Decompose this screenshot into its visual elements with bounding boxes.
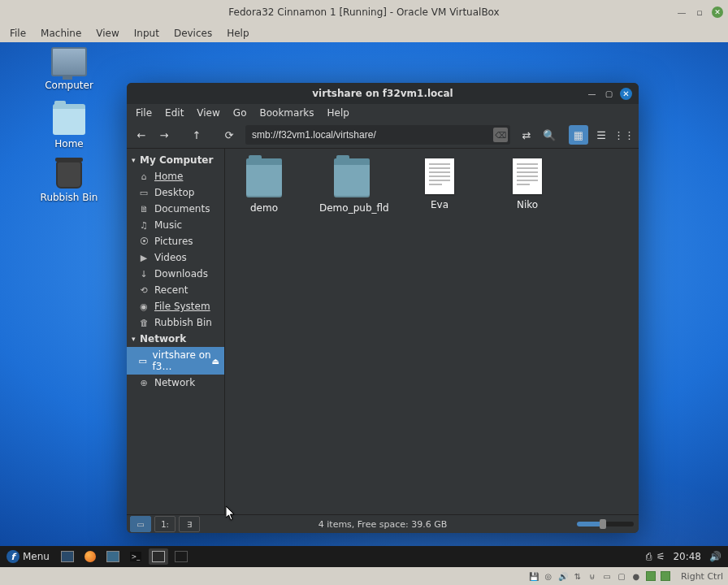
location-bar[interactable]: ⌫ xyxy=(245,125,510,145)
vbox-menubar: File Machine View Input Devices Help xyxy=(0,24,728,42)
vbox-menu-devices[interactable]: Devices xyxy=(167,26,219,41)
task-files[interactable] xyxy=(103,548,123,565)
vbox-statusbar: 💾 ◎ 🔊 ⇅ ⊍ ▭ ▢ ● Right Ctrl xyxy=(0,567,728,585)
desktop-icon-computer[interactable]: Computer xyxy=(32,47,106,91)
tray-printer-icon[interactable]: ⎙ xyxy=(646,551,652,562)
menu-button[interactable]: f Menu xyxy=(0,546,56,567)
clear-location-button[interactable]: ⌫ xyxy=(493,128,508,142)
vbox-close-button[interactable]: ✕ xyxy=(712,6,723,18)
zoom-slider[interactable] xyxy=(577,522,634,526)
desktop-icon-label: Rubbish Bin xyxy=(32,192,106,203)
sidebar-group-mycomputer[interactable]: ▾My Computer xyxy=(127,152,224,168)
home-icon: ⌂ xyxy=(138,171,150,182)
vbox-menu-input[interactable]: Input xyxy=(128,26,166,41)
status-text: 4 items, Free space: 39.6 GB xyxy=(127,519,639,530)
file-manager-menubar: File Edit View Go Bookmarks Help xyxy=(127,104,639,122)
sidebar-item-desktop[interactable]: ▭Desktop xyxy=(127,184,224,201)
guest-desktop[interactable]: Computer Home Rubbish Bin virtshare on f… xyxy=(0,42,728,585)
task-firefox[interactable] xyxy=(80,548,100,565)
trash-icon xyxy=(56,161,82,188)
vbox-keyboard-indicator-icon[interactable] xyxy=(660,570,671,582)
search-button[interactable]: 🔍 xyxy=(540,125,559,145)
menu-help[interactable]: Help xyxy=(322,106,355,120)
window-titlebar[interactable]: virtshare on f32vm1.local — ▢ ✕ xyxy=(127,83,639,104)
sidebar-tree-button[interactable]: 1: xyxy=(154,516,176,532)
file-item-demo-pub-fld[interactable]: Demo_pub_fld xyxy=(319,158,384,214)
statusbar: ▭ 1: ∃ 4 items, Free space: 39.6 GB xyxy=(127,514,639,533)
eject-icon[interactable]: ⏏ xyxy=(212,357,219,366)
vbox-mouse-indicator-icon[interactable] xyxy=(645,570,656,582)
sidebar-item-downloads[interactable]: ↓Downloads xyxy=(127,266,224,282)
sidebar-item-virtshare[interactable]: ▭virtshare on f3…⏏ xyxy=(127,347,224,375)
sidebar-item-music[interactable]: ♫Music xyxy=(127,217,224,233)
desktop-icon-trash[interactable]: Rubbish Bin xyxy=(32,161,106,203)
tray-network-icon[interactable]: ⚟ xyxy=(656,551,665,562)
compact-view-button[interactable]: ⋮⋮ xyxy=(614,125,634,145)
list-view-button[interactable]: ☰ xyxy=(592,125,611,145)
sidebar-item-filesystem[interactable]: ◉File System xyxy=(127,298,224,314)
menu-file[interactable]: File xyxy=(130,106,158,120)
vbox-titlebar: Fedora32 Cinnamon 1 [Running] - Oracle V… xyxy=(0,0,728,24)
sidebar-item-videos[interactable]: ▶Videos xyxy=(127,249,224,266)
file-view[interactable]: demo Demo_pub_fld Eva Niko xyxy=(225,149,639,514)
downloads-icon: ↓ xyxy=(138,269,150,280)
menu-view[interactable]: View xyxy=(191,106,225,120)
vbox-menu-machine[interactable]: Machine xyxy=(34,26,88,41)
vbox-display-indicator-icon[interactable]: ▢ xyxy=(616,570,627,582)
vbox-menu-file[interactable]: File xyxy=(3,26,32,41)
menu-bookmarks[interactable]: Bookmarks xyxy=(254,106,319,120)
vbox-maximize-button[interactable]: ▫ xyxy=(694,6,705,18)
drive-icon: ◉ xyxy=(138,301,150,312)
vbox-audio-indicator-icon[interactable]: 🔊 xyxy=(557,570,569,582)
folder-icon xyxy=(246,158,282,197)
vbox-optical-indicator-icon[interactable]: ◎ xyxy=(543,570,554,582)
location-input[interactable] xyxy=(245,129,493,141)
folder-icon xyxy=(334,158,370,197)
desktop-icon-home[interactable]: Home xyxy=(32,104,106,150)
videos-icon: ▶ xyxy=(138,253,150,263)
desktop-icon-label: Computer xyxy=(32,80,106,91)
tray-volume-icon[interactable]: 🔊 xyxy=(709,551,722,562)
forward-button[interactable]: → xyxy=(154,125,174,145)
sidebar-item-pictures[interactable]: ⦿Pictures xyxy=(127,233,224,249)
folder-icon xyxy=(53,104,85,135)
sidebar: ▾My Computer ⌂Home ▭Desktop 🗎Documents ♫… xyxy=(127,149,225,514)
clock[interactable]: 20:48 xyxy=(673,551,701,562)
vbox-network-indicator-icon[interactable]: ⇅ xyxy=(572,570,583,582)
task-system-monitor[interactable] xyxy=(171,548,191,565)
icon-view-button[interactable]: ▦ xyxy=(569,125,588,145)
vbox-menu-view[interactable]: View xyxy=(89,26,125,41)
up-button[interactable]: ↑ xyxy=(187,125,206,145)
menu-go[interactable]: Go xyxy=(228,106,253,120)
task-terminal[interactable]: >_ xyxy=(126,548,145,565)
path-toggle-button[interactable]: ⇄ xyxy=(517,125,536,145)
reload-button[interactable]: ⟳ xyxy=(219,125,239,145)
vbox-recording-indicator-icon[interactable]: ● xyxy=(630,570,642,582)
vbox-host-key[interactable]: Right Ctrl xyxy=(676,571,728,582)
sidebar-item-recent[interactable]: ⟲Recent xyxy=(127,282,224,298)
window-title: virtshare on f32vm1.local xyxy=(127,88,639,99)
taskbar: f Menu >_ ⎙ ⚟ 20:48 🔊 xyxy=(0,546,728,567)
vbox-usb-indicator-icon[interactable]: ⊍ xyxy=(587,570,598,582)
file-item-eva[interactable]: Eva xyxy=(407,158,472,214)
show-desktop-button[interactable] xyxy=(58,548,77,565)
vbox-disk-indicator-icon[interactable]: 💾 xyxy=(528,570,540,582)
vbox-shared-folder-indicator-icon[interactable]: ▭ xyxy=(601,570,613,582)
sidebar-toggle-button[interactable]: ∃ xyxy=(179,516,200,532)
sidebar-item-home[interactable]: ⌂Home xyxy=(127,168,224,184)
sidebar-item-trash[interactable]: 🗑Rubbish Bin xyxy=(127,314,224,331)
sidebar-item-network[interactable]: ⊕Network xyxy=(127,375,224,391)
menu-edit[interactable]: Edit xyxy=(159,106,189,120)
task-nemo-running[interactable] xyxy=(149,548,168,565)
sidebar-item-documents[interactable]: 🗎Documents xyxy=(127,201,224,217)
file-item-niko[interactable]: Niko xyxy=(495,158,560,214)
vbox-menu-help[interactable]: Help xyxy=(220,26,255,41)
desktop-icon-label: Home xyxy=(32,138,106,150)
vbox-minimize-button[interactable]: — xyxy=(676,6,687,18)
sidebar-places-button[interactable]: ▭ xyxy=(130,516,151,532)
back-button[interactable]: ← xyxy=(132,125,151,145)
file-item-demo[interactable]: demo xyxy=(232,158,297,214)
file-manager-window: virtshare on f32vm1.local — ▢ ✕ File Edi… xyxy=(127,83,639,533)
chevron-down-icon: ▾ xyxy=(132,156,140,164)
sidebar-group-network[interactable]: ▾Network xyxy=(127,331,224,347)
